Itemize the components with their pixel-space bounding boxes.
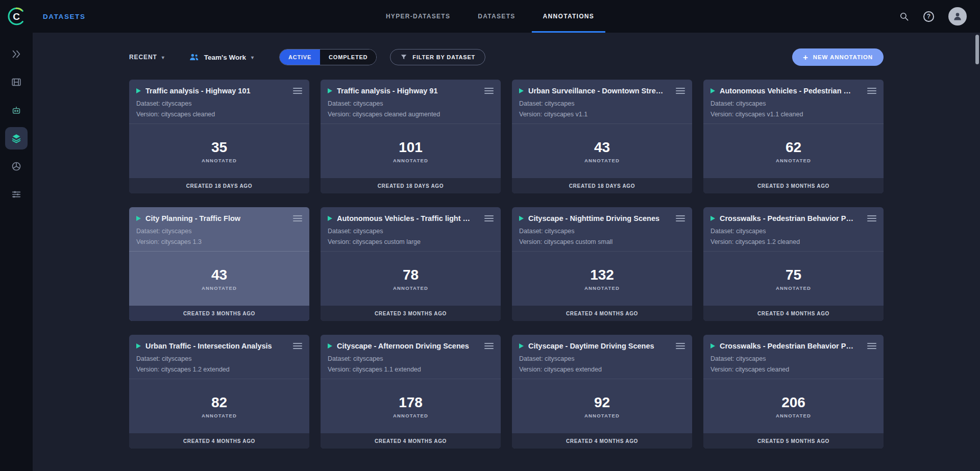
team-icon [189, 53, 199, 61]
annotation-title: Crosswalks - Pedestrian Behavior P… [720, 342, 860, 350]
sidebar-item-pipelines[interactable] [5, 183, 28, 206]
card-menu-button[interactable] [481, 341, 494, 351]
header-tabs: HYPER-DATASETS DATASETS ANNOTATIONS [375, 0, 605, 33]
toggle-completed[interactable]: COMPLETED [320, 49, 376, 65]
count-area: 101 ANNOTATED [321, 124, 501, 178]
annotation-play-icon [519, 216, 524, 221]
tab-annotations[interactable]: ANNOTATIONS [532, 0, 606, 33]
dataset-line: Dataset: cityscapes [519, 228, 685, 235]
annotated-count: 206 [781, 394, 805, 411]
scope-dropdown[interactable]: Team's Work ▾ [189, 53, 254, 61]
sidebar-item-quick-start[interactable] [5, 43, 28, 65]
card-menu-button[interactable] [864, 214, 876, 223]
card-menu-button[interactable] [481, 214, 494, 223]
created-ago-label: CREATED 4 MONTHS AGO [512, 433, 692, 449]
hamburger-menu-icon [293, 215, 302, 222]
annotation-card[interactable]: Crosswalks - Pedestrian Behavior P… Data… [703, 335, 884, 449]
created-ago-label: CREATED 4 MONTHS AGO [321, 433, 501, 449]
dataset-line: Dataset: cityscapes [710, 100, 876, 107]
count-area: 82 ANNOTATED [129, 379, 309, 433]
sort-label: RECENT [129, 54, 157, 61]
header-actions: ? [899, 7, 980, 26]
annotation-play-icon [136, 216, 141, 221]
card-menu-button[interactable] [864, 86, 876, 95]
annotation-card[interactable]: Autonomous Vehicles - Pedestrian … Datas… [703, 80, 884, 193]
tab-datasets[interactable]: DATASETS [467, 0, 526, 33]
card-menu-button[interactable] [290, 86, 302, 95]
hamburger-menu-icon [676, 342, 685, 350]
annotation-play-icon [710, 88, 715, 93]
sliders-icon [11, 189, 22, 200]
card-header: Cityscape - Afternoon Driving Scenes Dat… [321, 335, 501, 379]
card-menu-button[interactable] [673, 341, 685, 351]
annotation-card[interactable]: Urban Traffic - Intersection Analysis Da… [129, 335, 309, 449]
vertical-scrollbar-thumb[interactable] [975, 35, 979, 64]
annotation-card[interactable]: Cityscape - Afternoon Driving Scenes Dat… [321, 335, 501, 449]
help-icon[interactable]: ? [923, 11, 934, 22]
sidebar-item-projects[interactable] [5, 71, 28, 93]
dataset-line: Dataset: cityscapes [328, 100, 494, 107]
version-line: Version: cityscapes v1.1 cleaned [710, 111, 876, 118]
annotation-card[interactable]: Traffic analysis - Highway 101 Dataset: … [129, 80, 309, 193]
card-header: Autonomous Vehicles - Pedestrian … Datas… [703, 80, 884, 124]
card-menu-button[interactable] [673, 86, 685, 95]
hamburger-menu-icon [293, 87, 302, 94]
card-header: Traffic analysis - Highway 91 Dataset: c… [321, 80, 501, 124]
created-ago-label: CREATED 4 MONTHS AGO [129, 433, 309, 449]
annotation-card[interactable]: Autonomous Vehicles - Traffic light … Da… [321, 207, 501, 321]
created-ago-label: CREATED 4 MONTHS AGO [703, 306, 884, 321]
tab-hyper-datasets[interactable]: HYPER-DATASETS [375, 0, 461, 33]
card-menu-button[interactable] [290, 341, 302, 351]
filter-by-dataset-button[interactable]: FILTER BY DATASET [390, 49, 485, 65]
sidebar-item-debug[interactable] [5, 155, 28, 178]
annotated-count: 75 [786, 267, 801, 283]
count-area: 132 ANNOTATED [512, 252, 692, 306]
created-ago-label: CREATED 18 DAYS AGO [321, 178, 501, 193]
annotated-count: 62 [786, 139, 801, 156]
annotated-count: 43 [594, 139, 610, 156]
created-ago-label: CREATED 18 DAYS AGO [129, 178, 309, 193]
search-icon[interactable] [899, 12, 909, 21]
annotation-title: City Planning - Traffic Flow [145, 214, 285, 222]
version-line: Version: cityscapes cleaned augmented [328, 111, 494, 118]
annotation-card[interactable]: City Planning - Traffic Flow Dataset: ci… [129, 207, 309, 321]
dataset-line: Dataset: cityscapes [710, 228, 876, 235]
toggle-active[interactable]: ACTIVE [280, 49, 320, 65]
annotation-card[interactable]: Urban Surveillance - Downtown Stre… Data… [512, 80, 692, 193]
annotation-play-icon [710, 216, 715, 221]
sidebar-item-workers[interactable] [5, 99, 28, 121]
new-annotation-button[interactable]: + NEW ANNOTATION [792, 48, 884, 66]
annotation-play-icon [328, 216, 332, 221]
annotated-label: ANNOTATED [393, 413, 428, 418]
annotation-card[interactable]: Crosswalks - Pedestrian Behavior P… Data… [703, 207, 884, 321]
annotated-count: 35 [211, 139, 227, 156]
app-logo[interactable]: C [0, 7, 33, 26]
person-icon [952, 11, 963, 21]
card-menu-button[interactable] [481, 86, 494, 95]
annotation-card[interactable]: Traffic analysis - Highway 91 Dataset: c… [321, 80, 501, 193]
count-area: 43 ANNOTATED [129, 252, 309, 306]
version-line: Version: cityscapes cleaned [710, 366, 876, 373]
annotated-label: ANNOTATED [584, 285, 620, 291]
annotation-title: Cityscape - Afternoon Driving Scenes [337, 342, 477, 350]
annotation-title: Urban Traffic - Intersection Analysis [145, 342, 285, 350]
annotation-card[interactable]: Cityscape - Nighttime Driving Scenes Dat… [512, 207, 692, 321]
user-avatar[interactable] [948, 7, 967, 26]
card-menu-button[interactable] [673, 214, 685, 223]
annotated-count: 78 [403, 267, 419, 283]
sidebar-item-datasets[interactable] [5, 127, 28, 150]
dataset-line: Dataset: cityscapes [519, 355, 685, 362]
card-menu-button[interactable] [290, 214, 302, 223]
card-menu-button[interactable] [864, 341, 876, 351]
sort-dropdown[interactable]: RECENT ▾ [129, 54, 165, 61]
count-area: 92 ANNOTATED [512, 379, 692, 433]
card-header: City Planning - Traffic Flow Dataset: ci… [129, 207, 309, 252]
double-chevron-icon [11, 48, 22, 60]
annotated-count: 132 [590, 267, 614, 283]
annotation-play-icon [136, 343, 141, 349]
annotated-label: ANNOTATED [776, 285, 811, 291]
annotated-count: 43 [211, 267, 227, 283]
created-ago-label: CREATED 5 MONTHS AGO [703, 433, 884, 449]
annotation-card[interactable]: Cityscape - Daytime Driving Scenes Datas… [512, 335, 692, 449]
main-area: RECENT ▾ Team's Work ▾ ACTIVE COMPLETE [33, 33, 980, 471]
